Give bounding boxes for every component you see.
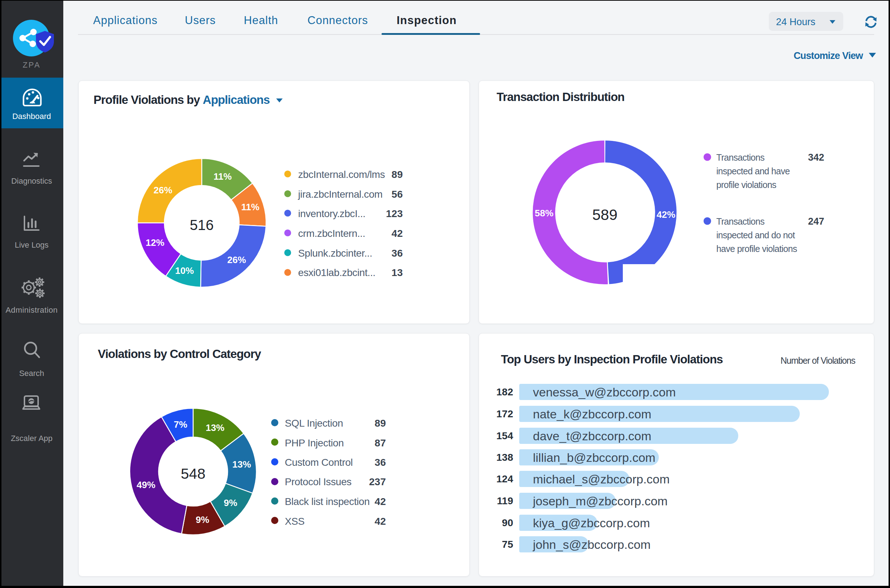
svg-text:89: 89: [375, 418, 386, 429]
svg-text:89: 89: [392, 169, 403, 180]
svg-text:zbcInternal.com/lms: zbcInternal.com/lms: [298, 169, 385, 180]
svg-text:342: 342: [808, 152, 824, 163]
svg-text:7%: 7%: [174, 419, 187, 430]
svg-text:have profile violations: have profile violations: [716, 244, 797, 254]
svg-text:11%: 11%: [213, 171, 232, 182]
svg-text:Protocol Issues: Protocol Issues: [285, 476, 351, 488]
svg-text:Transactions: Transactions: [716, 216, 765, 226]
svg-text:42%: 42%: [657, 209, 675, 220]
svg-text:516: 516: [190, 217, 214, 233]
svg-text:26%: 26%: [227, 255, 246, 265]
svg-text:49%: 49%: [137, 480, 155, 490]
svg-text:42: 42: [392, 228, 403, 239]
svg-text:13%: 13%: [206, 422, 224, 433]
svg-text:36: 36: [392, 248, 403, 259]
svg-text:12%: 12%: [146, 237, 164, 248]
svg-text:crm.zbcIntern...: crm.zbcIntern...: [298, 228, 365, 239]
svg-text:123: 123: [386, 208, 403, 219]
svg-text:13%: 13%: [232, 459, 251, 470]
svg-text:56: 56: [392, 189, 403, 200]
svg-text:inventory.zbcI...: inventory.zbcI...: [298, 208, 365, 219]
svg-text:Black list inspection: Black list inspection: [285, 496, 370, 507]
svg-text:9%: 9%: [195, 514, 209, 525]
svg-text:inspected and do not: inspected and do not: [716, 230, 795, 240]
svg-text:13: 13: [392, 267, 403, 278]
svg-text:58%: 58%: [535, 208, 553, 219]
svg-text:profile violations: profile violations: [716, 180, 776, 190]
svg-text:548: 548: [181, 465, 205, 482]
svg-text:87: 87: [375, 437, 386, 448]
svg-text:247: 247: [808, 216, 824, 227]
svg-text:Custom Control: Custom Control: [285, 457, 353, 468]
svg-text:42: 42: [375, 516, 386, 527]
svg-text:11%: 11%: [241, 202, 260, 212]
svg-text:SQL Injection: SQL Injection: [285, 418, 343, 429]
svg-text:Transactions: Transactions: [716, 152, 765, 162]
svg-text:26%: 26%: [153, 185, 172, 195]
svg-text:XSS: XSS: [285, 516, 305, 527]
svg-text:9%: 9%: [224, 497, 238, 508]
svg-text:237: 237: [369, 476, 386, 488]
svg-text:inspected and have: inspected and have: [716, 166, 790, 176]
svg-text:10%: 10%: [175, 265, 194, 276]
svg-text:42: 42: [375, 496, 386, 507]
svg-text:589: 589: [592, 206, 618, 223]
svg-text:jira.zbcInternal.com: jira.zbcInternal.com: [298, 189, 383, 200]
svg-text:esxi01lab.zbcint...: esxi01lab.zbcint...: [298, 267, 376, 278]
svg-text:PHP Injection: PHP Injection: [285, 437, 344, 448]
svg-text:36: 36: [375, 457, 386, 468]
svg-text:Splunk.zbcinter...: Splunk.zbcinter...: [298, 248, 372, 259]
